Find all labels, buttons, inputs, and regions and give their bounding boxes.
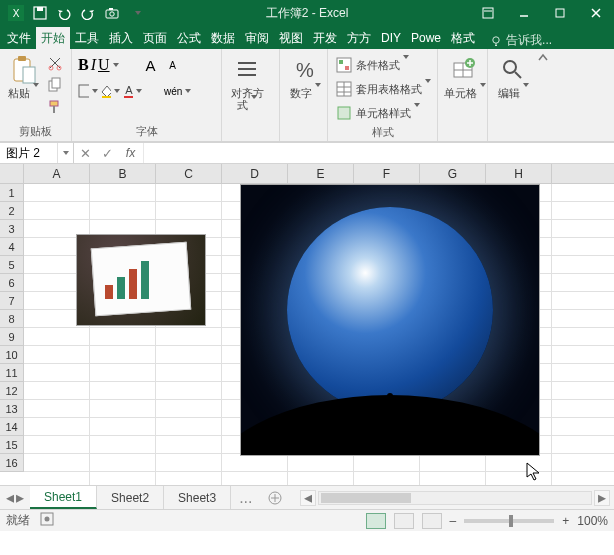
cell[interactable] xyxy=(552,454,614,472)
editing-button[interactable]: 编辑 xyxy=(494,53,532,99)
tab-diy[interactable]: DIY xyxy=(376,27,406,49)
maximize-button[interactable] xyxy=(542,0,578,26)
sheet-tab[interactable]: Sheet3 xyxy=(164,486,231,509)
undo-icon[interactable] xyxy=(54,3,74,23)
cell[interactable] xyxy=(552,184,614,202)
macro-record-icon[interactable] xyxy=(40,512,54,529)
cell[interactable] xyxy=(90,418,156,436)
tab-ff[interactable]: 方方 xyxy=(342,27,376,49)
cell[interactable] xyxy=(552,382,614,400)
col-head[interactable]: E xyxy=(288,164,354,183)
cell[interactable] xyxy=(24,436,90,454)
tab-tools[interactable]: 工具 xyxy=(70,27,104,49)
cell[interactable] xyxy=(24,418,90,436)
cell[interactable] xyxy=(552,310,614,328)
zoom-in-button[interactable]: + xyxy=(562,514,569,528)
cell[interactable] xyxy=(222,472,288,485)
cell[interactable] xyxy=(24,454,90,472)
tab-dev[interactable]: 开发 xyxy=(308,27,342,49)
new-sheet-button[interactable] xyxy=(260,486,290,509)
cell[interactable] xyxy=(552,328,614,346)
cell[interactable] xyxy=(24,202,90,220)
cancel-formula-button[interactable]: ✕ xyxy=(74,143,96,163)
cell[interactable] xyxy=(24,346,90,364)
enter-formula-button[interactable]: ✓ xyxy=(96,143,118,163)
zoom-out-button[interactable]: – xyxy=(450,514,457,528)
tab-format[interactable]: 格式 xyxy=(446,27,480,49)
cell[interactable] xyxy=(90,400,156,418)
paste-button[interactable]: 粘贴 xyxy=(6,53,41,99)
sheet-nav-next-icon[interactable]: ▸ xyxy=(16,488,24,507)
cell[interactable] xyxy=(552,202,614,220)
embedded-picture-1[interactable] xyxy=(76,234,206,326)
font-color-button[interactable]: A xyxy=(122,81,142,101)
cell[interactable] xyxy=(156,184,222,202)
cell[interactable] xyxy=(24,328,90,346)
scroll-thumb[interactable] xyxy=(321,493,411,503)
tab-view[interactable]: 视图 xyxy=(274,27,308,49)
align-button[interactable]: 对齐方式 xyxy=(228,53,266,111)
cell[interactable] xyxy=(90,328,156,346)
cell[interactable] xyxy=(552,346,614,364)
ribbon-options-icon[interactable] xyxy=(470,0,506,26)
row-head[interactable]: 5 xyxy=(0,256,23,274)
row-head[interactable]: 14 xyxy=(0,418,23,436)
cell[interactable] xyxy=(552,220,614,238)
cell[interactable] xyxy=(156,454,222,472)
tab-file[interactable]: 文件 xyxy=(2,27,36,49)
collapse-ribbon-button[interactable] xyxy=(534,49,552,141)
col-head[interactable]: H xyxy=(486,164,552,183)
bold-button[interactable]: B xyxy=(78,55,89,75)
col-head[interactable]: A xyxy=(24,164,90,183)
cell[interactable] xyxy=(24,184,90,202)
cell[interactable] xyxy=(90,454,156,472)
cell[interactable] xyxy=(222,454,288,472)
cell[interactable] xyxy=(156,364,222,382)
tab-power[interactable]: Powe xyxy=(406,27,446,49)
row-head[interactable]: 16 xyxy=(0,454,23,472)
col-head[interactable]: B xyxy=(90,164,156,183)
cell[interactable] xyxy=(354,472,420,485)
underline-button[interactable]: U xyxy=(98,55,119,75)
minimize-button[interactable] xyxy=(506,0,542,26)
row-head[interactable]: 6 xyxy=(0,274,23,292)
increase-font-icon[interactable]: A xyxy=(141,55,161,75)
cell[interactable] xyxy=(486,454,552,472)
cell[interactable] xyxy=(486,472,552,485)
view-normal-button[interactable] xyxy=(366,513,386,529)
cell[interactable] xyxy=(156,436,222,454)
col-head[interactable]: C xyxy=(156,164,222,183)
cell[interactable] xyxy=(90,202,156,220)
row-head[interactable]: 13 xyxy=(0,400,23,418)
worksheet-grid[interactable]: A B C D E F G H 1 2 3 4 5 6 7 8 9 10 11 … xyxy=(0,164,614,485)
cell[interactable] xyxy=(156,346,222,364)
cell[interactable] xyxy=(552,274,614,292)
phonetic-button[interactable]: wén xyxy=(164,81,191,101)
sheet-more-label[interactable]: ... xyxy=(231,486,260,509)
conditional-format-button[interactable]: 条件格式 xyxy=(334,55,431,75)
cell[interactable] xyxy=(156,400,222,418)
fill-color-button[interactable] xyxy=(100,81,120,101)
save-icon[interactable] xyxy=(30,3,50,23)
cell[interactable] xyxy=(156,418,222,436)
cell[interactable] xyxy=(156,202,222,220)
cell[interactable] xyxy=(552,400,614,418)
number-button[interactable]: % 数字 xyxy=(286,53,324,99)
horizontal-scrollbar[interactable]: ◂ ▸ xyxy=(296,486,614,509)
tell-me[interactable]: 告诉我... xyxy=(484,32,558,49)
tab-formula[interactable]: 公式 xyxy=(172,27,206,49)
cell[interactable] xyxy=(24,472,90,485)
decrease-font-icon[interactable]: A xyxy=(163,55,183,75)
cell[interactable] xyxy=(156,328,222,346)
col-head[interactable]: D xyxy=(222,164,288,183)
col-head[interactable]: G xyxy=(420,164,486,183)
row-head[interactable]: 10 xyxy=(0,346,23,364)
cell[interactable] xyxy=(24,400,90,418)
row-head[interactable]: 2 xyxy=(0,202,23,220)
sheet-nav-prev-icon[interactable]: ◂ xyxy=(6,488,14,507)
sheet-tab[interactable]: Sheet2 xyxy=(97,486,164,509)
tab-home[interactable]: 开始 xyxy=(36,27,70,49)
name-box[interactable]: 图片 2 xyxy=(0,143,74,163)
row-head[interactable]: 8 xyxy=(0,310,23,328)
border-button[interactable] xyxy=(78,81,98,101)
